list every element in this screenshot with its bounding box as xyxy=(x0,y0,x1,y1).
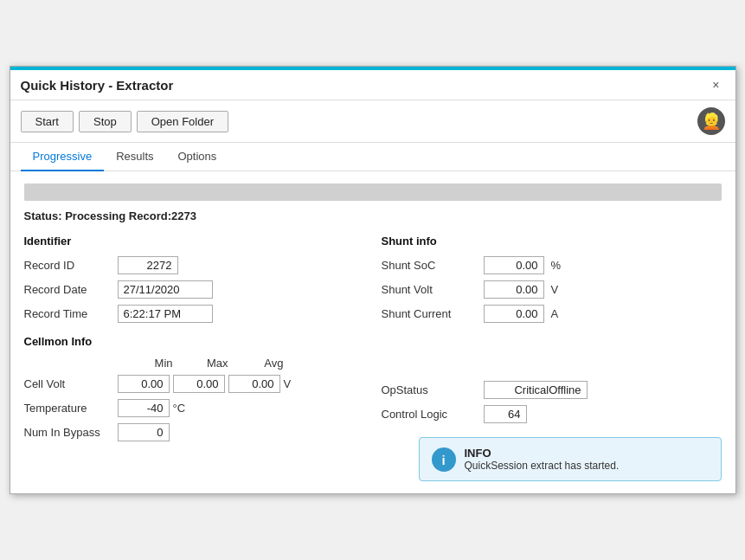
cell-volt-avg-input[interactable] xyxy=(228,375,280,393)
num-in-bypass-label: Num In Bypass xyxy=(24,426,118,439)
temperature-row: Temperature °C xyxy=(24,399,364,417)
identifier-section-title: Identifier xyxy=(24,235,364,248)
left-column: Identifier Record ID Record Date Record … xyxy=(24,235,364,481)
title-bar: Quick History - Extractor × xyxy=(10,70,735,100)
main-columns: Identifier Record ID Record Date Record … xyxy=(24,235,722,481)
shunt-soc-row: Shunt SoC % xyxy=(382,256,722,274)
cellmon-section: Cellmon Info Min Max Avg Cell Volt xyxy=(24,335,364,441)
spacer xyxy=(382,329,722,381)
progress-bar-container xyxy=(24,183,722,201)
cell-volt-unit: V xyxy=(284,377,292,390)
temperature-unit: °C xyxy=(173,402,186,415)
record-date-row: Record Date xyxy=(24,280,364,299)
toolbar: Start Stop Open Folder 👱 xyxy=(10,100,735,143)
control-logic-label: Control Logic xyxy=(382,408,477,421)
tab-results[interactable]: Results xyxy=(104,143,165,171)
temperature-input[interactable] xyxy=(118,399,170,417)
shunt-current-input[interactable] xyxy=(484,305,544,323)
window-title: Quick History - Extractor xyxy=(21,78,174,93)
status-value: Processing Record:2273 xyxy=(65,209,196,222)
control-logic-row: Control Logic xyxy=(382,405,722,423)
shunt-info-section-title: Shunt info xyxy=(382,235,722,248)
record-time-row: Record Time xyxy=(24,305,364,323)
info-box: i INFO QuickSession extract has started. xyxy=(419,437,722,481)
status-line: Status: Processing Record:2273 xyxy=(24,209,722,222)
shunt-soc-input[interactable] xyxy=(484,256,544,274)
content-area: Status: Processing Record:2273 Identifie… xyxy=(10,171,735,493)
shunt-current-row: Shunt Current A xyxy=(382,305,722,323)
avatar: 👱 xyxy=(697,107,725,135)
control-logic-input[interactable] xyxy=(484,405,527,423)
shunt-volt-unit: V xyxy=(551,283,559,296)
cell-volt-max-input[interactable] xyxy=(173,375,225,393)
cell-volt-min-input[interactable] xyxy=(118,375,170,393)
op-status-input[interactable] xyxy=(484,381,588,399)
record-date-input[interactable] xyxy=(118,280,213,299)
tab-progressive[interactable]: Progressive xyxy=(21,143,105,171)
record-id-label: Record ID xyxy=(24,259,111,272)
shunt-soc-label: Shunt SoC xyxy=(382,259,477,272)
temperature-label: Temperature xyxy=(24,402,118,415)
cell-volt-label: Cell Volt xyxy=(24,377,118,390)
op-status-row: OpStatus xyxy=(382,381,722,399)
cellmon-header-row: Min Max Avg xyxy=(24,357,364,370)
shunt-volt-row: Shunt Volt V xyxy=(382,280,722,299)
shunt-current-label: Shunt Current xyxy=(382,307,477,320)
cellmon-col-max: Max xyxy=(173,357,228,370)
main-window: Quick History - Extractor × Start Stop O… xyxy=(10,66,736,494)
op-status-label: OpStatus xyxy=(382,383,477,396)
stop-button[interactable]: Stop xyxy=(79,111,132,132)
info-icon: i xyxy=(432,447,456,472)
record-time-input[interactable] xyxy=(118,305,213,323)
tabs-bar: Progressive Results Options xyxy=(10,143,735,171)
tab-options[interactable]: Options xyxy=(166,143,229,171)
cell-volt-row: Cell Volt V xyxy=(24,375,364,393)
record-date-label: Record Date xyxy=(24,283,111,296)
close-button[interactable]: × xyxy=(707,77,724,93)
cellmon-col-min: Min xyxy=(118,357,173,370)
shunt-soc-unit: % xyxy=(551,259,562,272)
start-button[interactable]: Start xyxy=(21,111,74,132)
info-description: QuickSession extract has started. xyxy=(465,460,620,472)
info-text-block: INFO QuickSession extract has started. xyxy=(465,447,620,472)
right-column: Shunt info Shunt SoC % Shunt Volt V Shun… xyxy=(382,235,722,481)
num-in-bypass-input[interactable] xyxy=(118,423,170,441)
avatar-icon: 👱 xyxy=(702,112,721,131)
open-folder-button[interactable]: Open Folder xyxy=(137,111,228,132)
shunt-volt-label: Shunt Volt xyxy=(382,283,477,296)
shunt-volt-input[interactable] xyxy=(484,280,544,299)
num-in-bypass-row: Num In Bypass xyxy=(24,423,364,441)
record-time-label: Record Time xyxy=(24,307,111,320)
status-prefix: Status: xyxy=(24,209,66,222)
shunt-current-unit: A xyxy=(551,307,559,320)
record-id-row: Record ID xyxy=(24,256,364,274)
info-title: INFO xyxy=(465,447,620,460)
cellmon-col-avg: Avg xyxy=(228,357,284,370)
cellmon-section-title: Cellmon Info xyxy=(24,335,364,348)
progress-bar-fill xyxy=(24,183,373,201)
record-id-input[interactable] xyxy=(118,256,178,274)
